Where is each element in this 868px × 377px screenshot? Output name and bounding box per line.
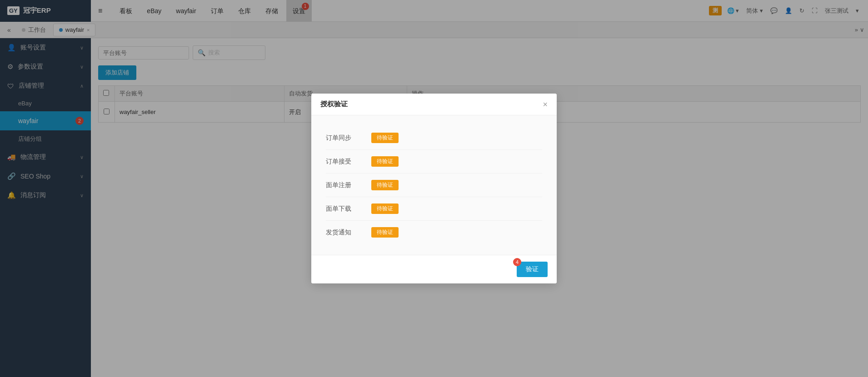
- modal-title: 授权验证: [320, 100, 348, 109]
- modal-footer: 4 验证: [311, 255, 557, 283]
- modal-row-label-reg: 面单注册 待验证: [326, 174, 542, 197]
- modal-header: 授权验证 ×: [311, 94, 557, 115]
- label-download-status: 待验证: [371, 203, 399, 214]
- label-reg-status: 待验证: [371, 180, 399, 190]
- ship-notify-status: 待验证: [371, 227, 399, 238]
- modal-row-ship-notify: 发货通知 待验证: [326, 221, 542, 244]
- modal-overlay: 授权验证 × 订单同步 待验证 订单接受 待验证 面单注册 待验证 面单下载 待…: [0, 0, 868, 377]
- modal-row-label-download: 面单下载 待验证: [326, 197, 542, 221]
- modal-body: 订单同步 待验证 订单接受 待验证 面单注册 待验证 面单下载 待验证 发货通知…: [311, 115, 557, 255]
- ship-notify-label: 发货通知: [326, 228, 371, 237]
- auth-modal: 授权验证 × 订单同步 待验证 订单接受 待验证 面单注册 待验证 面单下载 待…: [311, 94, 557, 283]
- modal-close-button[interactable]: ×: [543, 100, 548, 109]
- verify-step-badge: 4: [513, 258, 521, 266]
- order-receive-status: 待验证: [371, 156, 399, 167]
- label-download-label: 面单下载: [326, 205, 371, 213]
- modal-row-order-receive: 订单接受 待验证: [326, 150, 542, 174]
- order-sync-label: 订单同步: [326, 134, 371, 142]
- modal-row-order-sync: 订单同步 待验证: [326, 126, 542, 150]
- order-receive-label: 订单接受: [326, 158, 371, 166]
- order-sync-status: 待验证: [371, 133, 399, 143]
- label-reg-label: 面单注册: [326, 181, 371, 189]
- verify-button[interactable]: 4 验证: [517, 262, 548, 277]
